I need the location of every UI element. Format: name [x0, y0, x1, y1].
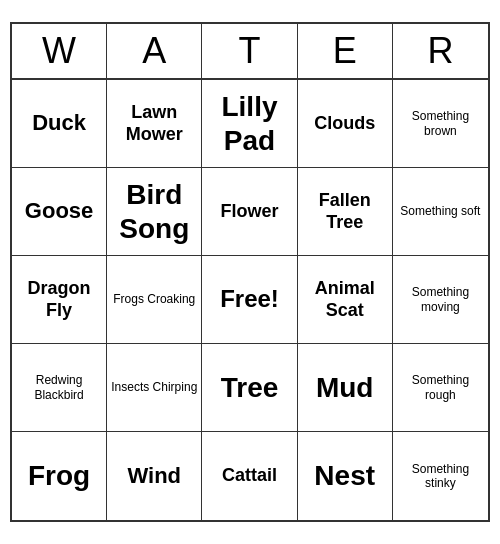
bingo-cell-10: Dragon Fly	[12, 256, 107, 344]
bingo-cell-24: Something stinky	[393, 432, 488, 520]
cell-text-20: Frog	[28, 459, 90, 493]
header-row: WATER	[12, 24, 488, 80]
bingo-grid: DuckLawn MowerLilly PadCloudsSomething b…	[12, 80, 488, 520]
cell-text-21: Wind	[128, 463, 182, 489]
bingo-cell-9: Something soft	[393, 168, 488, 256]
bingo-cell-16: Insects Chirping	[107, 344, 202, 432]
bingo-cell-6: Bird Song	[107, 168, 202, 256]
cell-text-5: Goose	[25, 198, 93, 224]
cell-text-13: Animal Scat	[302, 278, 388, 321]
cell-text-11: Frogs Croaking	[113, 292, 195, 306]
cell-text-16: Insects Chirping	[111, 380, 197, 394]
bingo-cell-7: Flower	[202, 168, 297, 256]
cell-text-10: Dragon Fly	[16, 278, 102, 321]
cell-text-6: Bird Song	[111, 178, 197, 245]
bingo-cell-19: Something rough	[393, 344, 488, 432]
bingo-cell-0: Duck	[12, 80, 107, 168]
cell-text-4: Something brown	[397, 109, 484, 138]
bingo-cell-15: Redwing Blackbird	[12, 344, 107, 432]
cell-text-22: Cattail	[222, 465, 277, 487]
cell-text-3: Clouds	[314, 113, 375, 135]
bingo-cell-17: Tree	[202, 344, 297, 432]
bingo-cell-21: Wind	[107, 432, 202, 520]
bingo-cell-8: Fallen Tree	[298, 168, 393, 256]
cell-text-2: Lilly Pad	[206, 90, 292, 157]
header-letter-t: T	[202, 24, 297, 78]
cell-text-8: Fallen Tree	[302, 190, 388, 233]
bingo-cell-18: Mud	[298, 344, 393, 432]
bingo-cell-5: Goose	[12, 168, 107, 256]
cell-text-12: Free!	[220, 285, 279, 314]
bingo-cell-23: Nest	[298, 432, 393, 520]
cell-text-7: Flower	[220, 201, 278, 223]
cell-text-15: Redwing Blackbird	[16, 373, 102, 402]
bingo-cell-12: Free!	[202, 256, 297, 344]
bingo-cell-4: Something brown	[393, 80, 488, 168]
cell-text-14: Something moving	[397, 285, 484, 314]
bingo-cell-11: Frogs Croaking	[107, 256, 202, 344]
cell-text-0: Duck	[32, 110, 86, 136]
bingo-cell-22: Cattail	[202, 432, 297, 520]
bingo-cell-13: Animal Scat	[298, 256, 393, 344]
cell-text-23: Nest	[314, 459, 375, 493]
cell-text-17: Tree	[221, 371, 279, 405]
bingo-cell-20: Frog	[12, 432, 107, 520]
cell-text-18: Mud	[316, 371, 374, 405]
cell-text-24: Something stinky	[397, 462, 484, 491]
cell-text-1: Lawn Mower	[111, 102, 197, 145]
bingo-cell-14: Something moving	[393, 256, 488, 344]
header-letter-w: W	[12, 24, 107, 78]
bingo-cell-3: Clouds	[298, 80, 393, 168]
bingo-cell-2: Lilly Pad	[202, 80, 297, 168]
cell-text-19: Something rough	[397, 373, 484, 402]
header-letter-a: A	[107, 24, 202, 78]
bingo-card: WATER DuckLawn MowerLilly PadCloudsSomet…	[10, 22, 490, 522]
header-letter-r: R	[393, 24, 488, 78]
bingo-cell-1: Lawn Mower	[107, 80, 202, 168]
header-letter-e: E	[298, 24, 393, 78]
cell-text-9: Something soft	[400, 204, 480, 218]
